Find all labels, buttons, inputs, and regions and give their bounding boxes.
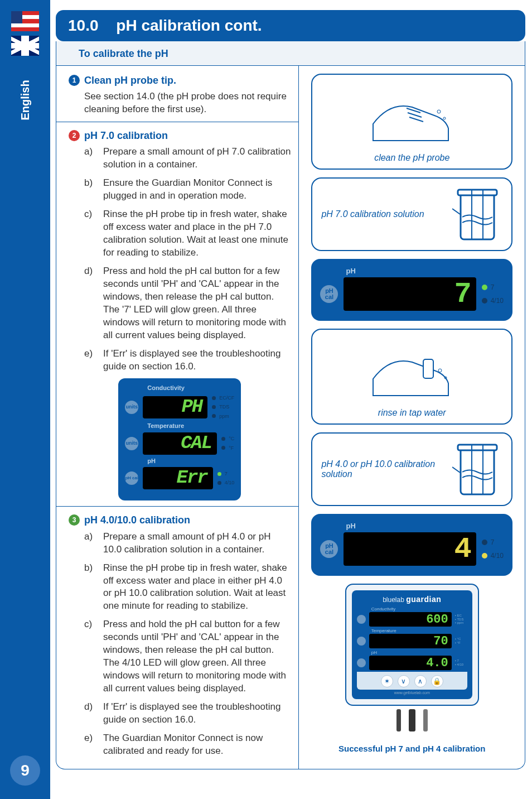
illustration-ph7-solution: pH 7.0 calibration solution [311,177,512,251]
tp-r1-btn: units [125,401,138,414]
main-content: 10.0 pH calibration cont. To calibrate t… [56,10,525,792]
svg-point-8 [438,369,442,372]
down-icon: ∨ [398,675,410,687]
up-icon: ∧ [414,675,427,687]
step-2-title: pH 7.0 calibration [84,129,168,142]
s2-d-label: d) [84,265,95,342]
tp-r1-leds: EC/CF TDS ppm [212,394,234,419]
s3-a-text: Prepare a small amount of pH 4.0 or pH 1… [103,531,291,556]
s2-c-text: Rinse the pH probe tip in fresh water, s… [103,208,291,259]
s3-d-label: d) [84,701,95,726]
caption-ph7: pH 7.0 calibration solution [321,209,446,219]
p-r1-title: Conductivity [371,607,467,612]
display-panel-ph4: pH pH cal 4 7 4/10 [311,514,512,576]
s2-b-text: Ensure the Guardian Monitor Connect is p… [103,177,291,203]
product-illustration: bluelab guardian Conductivity 600• EC• T… [345,584,479,731]
p-r3-title: pH [371,650,467,655]
tp-r2-leds: °C °F [221,435,234,451]
step-3-title: pH 4.0/10.0 calibration [84,513,190,527]
s2-a-text: Prepare a small amount of pH 7.0 calibra… [103,146,291,171]
panel7-leds: 7 4/10 [482,283,504,305]
p-r2-title: Temperature [371,628,467,633]
panel7-btn: pH cal [320,285,338,303]
step-2-badge: 2 [69,130,80,141]
caption-rinse: rinse in tap water [378,408,446,418]
product-site: www.getbluelab.com [357,691,467,695]
section-number: 10.0 [68,17,99,34]
step-3-badge: 3 [69,514,80,526]
step-1: 1 Clean pH probe tip. See section 14.0 (… [69,74,291,116]
illustrations-column: clean the pH probe pH 7.0 calibration so… [299,66,525,769]
tp-r3-title: pH [147,457,234,465]
illustration-rinse: rinse in tap water [311,329,512,425]
product-controls: ✶ ∨ ∧ 🔒 [357,672,467,690]
tp-r3-lcd: Err [143,467,212,489]
p-r1-lcd: 600 [369,612,452,627]
section-header: 10.0 pH calibration cont. [56,10,525,41]
tp-r2-lcd: CAL [143,432,217,455]
svg-rect-7 [423,359,433,378]
s2-b-label: b) [84,177,95,203]
flag-us-icon [11,11,39,31]
step-1-body: See section 14.0 (the pH probe does not … [69,90,291,116]
s3-d-text: If 'Err' is displayed see the troublesho… [103,701,291,726]
tp-r2-btn: units [125,437,138,450]
svg-point-1 [443,117,446,119]
caption-ph4: pH 4.0 or pH 10.0 calibration solution [321,459,446,479]
s3-a-label: a) [84,531,95,556]
tp-r1-title: Conductivity [147,384,234,392]
sidebar-language: English [18,80,31,120]
s2-a-label: a) [84,146,95,171]
subheader: To calibrate the pH [56,41,525,66]
p-r2-btn [357,637,366,646]
tp-r3-leds: 7 4/10 [217,470,235,486]
beaker-icon [452,186,502,242]
panel4-lcd: 4 [344,532,476,566]
panel4-btn: pH cal [320,540,338,558]
cables-icon [345,709,479,731]
s3-b-label: b) [84,562,95,613]
svg-rect-3 [458,190,497,195]
p-r3-btn [357,658,366,667]
svg-line-6 [452,209,460,214]
s3-b-text: Rinse the pH probe tip in fresh water, s… [103,562,291,613]
s2-e-label: e) [84,348,95,373]
section-title: pH calibration cont. [116,17,262,34]
panel4-leds: 7 4/10 [482,538,504,560]
panel4-title: pH [346,522,504,530]
product-brand: bluelab guardian [357,595,467,604]
s2-e-text: If 'Err' is displayed see the troublesho… [103,348,291,373]
step-3: 3 pH 4.0/10.0 calibration a)Prepare a sm… [69,513,291,757]
p-r2-lcd: 70 [369,634,452,648]
footer-caption: Successful pH 7 and pH 4 calibration [338,744,485,753]
step-1-title: Clean pH probe tip. [84,74,176,87]
tp-r1-lcd: PH [143,396,207,418]
sidebar: English 9 [0,0,50,799]
s3-c-label: c) [84,618,95,695]
beaker-icon [452,441,502,497]
tp-r2-title: Temperature [147,422,234,430]
alarm-icon: ✶ [381,675,393,687]
instructions-column: 1 Clean pH probe tip. See section 14.0 (… [56,66,299,769]
page-number: 9 [10,755,40,786]
svg-line-14 [452,467,460,473]
s2-c-label: c) [84,208,95,259]
illustration-ph4-solution: pH 4.0 or pH 10.0 calibration solution [311,432,512,506]
display-panel-ph7: pH pH cal 7 7 4/10 [311,259,512,321]
flag-uk-icon [11,36,39,56]
lock-icon: 🔒 [431,675,443,687]
illustration-clean-probe: clean the pH probe [311,74,512,170]
s3-e-text: The Guardian Monitor Connect is now cali… [103,732,291,758]
p-r1-btn [357,615,366,624]
tp-r3-btn: pH cal [125,471,138,485]
caption-clean: clean the pH probe [374,153,449,163]
s3-e-label: e) [84,732,95,758]
svg-point-0 [437,110,441,113]
hand-cleaning-icon [367,85,457,146]
s3-c-text: Press and hold the pH cal button for a f… [103,618,291,695]
p-r3-lcd: 4.0 [369,656,452,670]
error-display-diagram: Conductivity units PH EC/CF TDS ppm Temp… [118,378,241,500]
s2-d-text: Press and hold the pH cal button for a f… [103,265,291,342]
svg-rect-11 [458,445,497,450]
step-1-badge: 1 [69,75,80,86]
